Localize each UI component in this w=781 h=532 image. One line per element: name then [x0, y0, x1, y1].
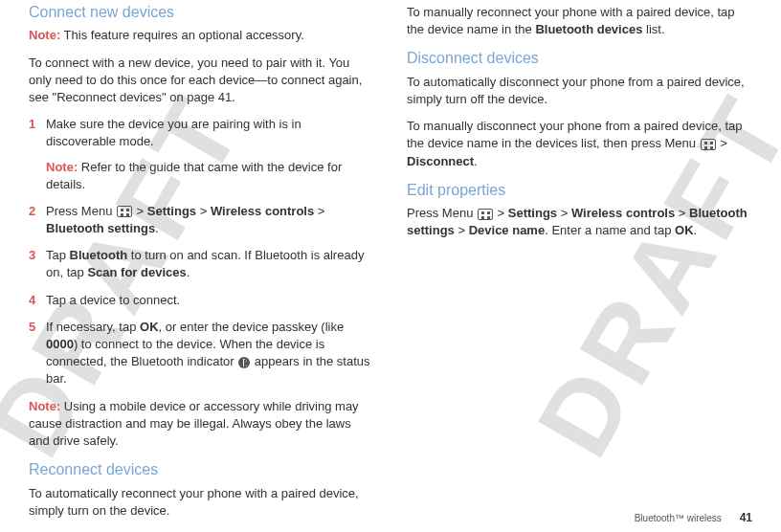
step-num: 5: [29, 319, 35, 336]
step-5: 5 If necessary, tap OK, or enter the dev…: [29, 319, 374, 388]
left-column: Connect new devices Note: This feature r…: [29, 0, 374, 529]
gt: >: [196, 204, 211, 218]
note-driving: Note: Using a mobile device or accessory…: [29, 398, 374, 451]
note-label: Note:: [29, 399, 60, 413]
menu-icon: [478, 209, 493, 220]
gt: >: [455, 223, 469, 237]
p4a: Press Menu: [407, 206, 477, 220]
reconnect-auto-paragraph: To automatically reconnect your phone wi…: [29, 485, 374, 520]
step-text: Tap a device to connect.: [46, 293, 180, 307]
mid1: , or enter the device passkey (like: [159, 320, 345, 334]
ok-label: OK: [140, 320, 159, 334]
gt: >: [717, 136, 727, 150]
step-num: 3: [29, 247, 35, 264]
reconnect-manual-paragraph: To manually reconnect your phone with a …: [407, 4, 752, 38]
end: .: [155, 221, 159, 235]
heading-edit-properties: Edit properties: [407, 180, 752, 201]
settings-label: Settings: [147, 204, 196, 218]
note-text: This feature requires an optional access…: [60, 28, 304, 42]
disconnect-manual-paragraph: To manually disconnect your phone from a…: [407, 118, 752, 170]
bluetooth-devices-label: Bluetooth devices: [535, 22, 642, 36]
steps-list: 1 Make sure the device you are pairing w…: [29, 116, 374, 388]
note-text: Refer to the guide that came with the de…: [46, 160, 342, 191]
end: .: [694, 223, 698, 237]
step-1: 1 Make sure the device you are pairing w…: [29, 116, 374, 193]
gt: >: [557, 206, 571, 220]
pre: If necessary, tap: [46, 320, 140, 334]
step-1-note: Note: Refer to the guide that came with …: [46, 159, 374, 193]
note-label: Note:: [29, 28, 60, 42]
p1c: list.: [642, 22, 664, 36]
step-num: 2: [29, 203, 35, 220]
step-num: 1: [29, 116, 35, 133]
gt: >: [133, 204, 147, 218]
pre: Tap: [46, 248, 70, 262]
bluetooth-settings-label: Bluetooth settings: [46, 221, 155, 235]
step-text-pre: Press Menu: [46, 204, 116, 218]
disconnect-auto-paragraph: To automatically disconnect your phone f…: [407, 74, 752, 108]
ok-label: OK: [675, 223, 694, 237]
bluetooth-icon: [238, 357, 250, 368]
end: .: [474, 154, 478, 168]
note-label: Note:: [46, 160, 78, 174]
mid: . Enter a name and tap: [545, 223, 675, 237]
gt: >: [494, 206, 508, 220]
p3a: To manually disconnect your phone from a…: [407, 119, 742, 150]
passkey-label: 0000: [46, 337, 74, 351]
bluetooth-label: Bluetooth: [70, 248, 128, 262]
menu-icon: [117, 206, 132, 217]
wireless-controls-label: Wireless controls: [211, 204, 314, 218]
menu-icon: [701, 139, 716, 150]
step-text: Make sure the device you are pairing wit…: [46, 117, 301, 148]
end: .: [187, 265, 190, 279]
gt: >: [675, 206, 689, 220]
note-text: Using a mobile device or accessory while…: [29, 399, 359, 448]
page-content: Connect new devices Note: This feature r…: [0, 0, 781, 529]
device-name-label: Device name: [469, 223, 546, 237]
gt: >: [314, 204, 324, 218]
wireless-controls-label: Wireless controls: [571, 206, 675, 220]
settings-label: Settings: [508, 206, 557, 220]
edit-properties-paragraph: Press Menu > Settings > Wireless control…: [407, 205, 752, 239]
intro-paragraph: To connect with a new device, you need t…: [29, 55, 374, 107]
heading-disconnect: Disconnect devices: [407, 48, 752, 69]
disconnect-label: Disconnect: [407, 154, 474, 168]
step-2: 2 Press Menu > Settings > Wireless contr…: [29, 203, 374, 237]
note-feature: Note: This feature requires an optional …: [29, 27, 374, 44]
scan-label: Scan for devices: [87, 265, 186, 279]
right-column: To manually reconnect your phone with a …: [407, 0, 752, 529]
step-4: 4 Tap a device to connect.: [29, 292, 374, 309]
heading-connect: Connect new devices: [29, 2, 374, 23]
step-3: 3 Tap Bluetooth to turn on and scan. If …: [29, 247, 374, 281]
step-num: 4: [29, 292, 35, 309]
heading-reconnect: Reconnect devices: [29, 459, 374, 480]
